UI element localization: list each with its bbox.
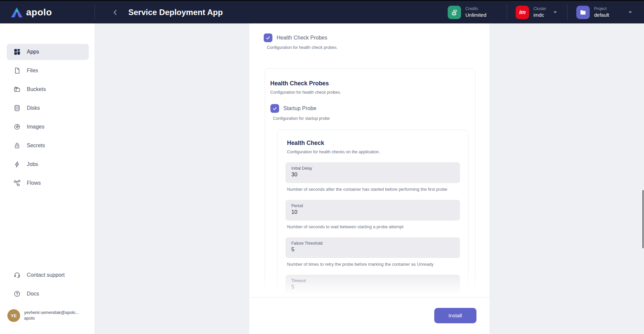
- sidebar-item-buckets[interactable]: Buckets: [7, 81, 89, 97]
- sidebar-item-label: Apps: [27, 49, 39, 55]
- sidebar-item-label: Disks: [27, 105, 40, 111]
- question-circle-icon: [13, 290, 21, 298]
- user-menu[interactable]: YE yevhenii.semendiak@apolo... apolo: [7, 309, 89, 322]
- header-divider: [567, 5, 568, 20]
- check-icon: [272, 106, 277, 111]
- check-icon: [265, 35, 271, 40]
- back-button[interactable]: [110, 7, 120, 17]
- section-title: Health Check: [287, 140, 460, 147]
- sidebar-item-flows[interactable]: Flows: [7, 175, 89, 191]
- chevron-down-icon: [554, 11, 557, 13]
- sidebar-item-label: Contact support: [27, 272, 65, 278]
- headset-icon: [13, 271, 21, 279]
- sidebar-item-disks[interactable]: Disks: [7, 100, 89, 116]
- form-scroll-area: Health Check Probes Configuration for he…: [249, 23, 490, 297]
- vertical-scrollbar[interactable]: [642, 190, 644, 248]
- field-label: Timeout: [292, 278, 454, 283]
- credits-value: Unlimited: [465, 12, 487, 18]
- sidebar-item-label: Files: [27, 68, 38, 74]
- field-value: 30: [292, 172, 454, 178]
- card-title: Health Check Probes: [270, 80, 468, 87]
- card-description: Configuration for health check probes.: [270, 90, 468, 95]
- sidebar-item-jobs[interactable]: Jobs: [7, 156, 89, 172]
- cluster-im-icon: im: [519, 9, 526, 16]
- failure-threshold-input[interactable]: Failure Threshold 5: [285, 237, 460, 258]
- main-area: Health Check Probes Configuration for he…: [94, 23, 644, 334]
- apolo-logo-icon: [11, 7, 23, 18]
- field-helper-text: Number of times to retry the probe befor…: [287, 262, 460, 267]
- startup-probe-checkbox[interactable]: [270, 104, 279, 113]
- sidebar-item-label: Flows: [27, 180, 41, 186]
- health-check-probes-checkbox[interactable]: [264, 33, 272, 42]
- sidebar-item-label: Images: [27, 124, 44, 130]
- logo-text: apolo: [26, 7, 52, 18]
- checkbox-label: Startup Probe: [283, 105, 317, 111]
- credits-widget[interactable]: Credits Unlimited: [448, 6, 498, 19]
- checkbox-description: Configuration for startup probe: [273, 116, 468, 121]
- field-helper-text: Number of seconds after the container ha…: [287, 187, 460, 192]
- checkbox-description: Configuration for health check probes.: [267, 45, 490, 50]
- sidebar-item-contact-support[interactable]: Contact support: [7, 267, 89, 283]
- flow-nodes-icon: [13, 179, 21, 187]
- sidebar-item-label: Buckets: [27, 86, 46, 92]
- user-email: yevhenii.semendiak@apolo...: [24, 310, 79, 315]
- sidebar-item-apps[interactable]: Apps: [7, 44, 89, 60]
- project-value: default: [594, 12, 609, 18]
- install-form-panel: Health Check Probes Configuration for he…: [249, 23, 490, 334]
- field-value: 5: [292, 284, 454, 290]
- sidebar-item-images[interactable]: Images: [7, 119, 89, 135]
- field-label: Period: [292, 203, 454, 208]
- field-label: Failure Threshold: [292, 241, 454, 246]
- sidebar-item-docs[interactable]: Docs: [7, 286, 89, 302]
- sidebar-item-label: Docs: [27, 291, 39, 297]
- form-footer: Install: [249, 297, 490, 334]
- period-input[interactable]: Period 10: [285, 200, 460, 221]
- cluster-label: Cluster: [533, 6, 546, 11]
- coins-icon: [451, 9, 458, 16]
- sidebar-item-files[interactable]: Files: [7, 63, 89, 79]
- section-description: Configuration for health checks on the a…: [287, 150, 460, 154]
- avatar: YE: [7, 309, 20, 322]
- install-button[interactable]: Install: [434, 308, 476, 323]
- project-label: Project: [594, 6, 609, 11]
- timeout-input[interactable]: Timeout 5: [285, 275, 460, 296]
- cluster-selector[interactable]: im Cluster imdc: [516, 6, 559, 19]
- health-check-card: Health Check Configuration for health ch…: [277, 130, 468, 297]
- app-header: apolo Service Deployment App Credits Unl…: [0, 1, 644, 23]
- checkbox-label: Health Check Probes: [277, 35, 327, 41]
- sidebar-item-secrets[interactable]: Secrets: [7, 138, 89, 154]
- buckets-icon: [13, 86, 21, 93]
- field-value: 10: [292, 209, 454, 215]
- chevron-left-icon: [112, 9, 119, 16]
- sidebar: Apps Files Buckets Disks: [0, 23, 94, 334]
- sidebar-item-label: Secrets: [27, 143, 45, 149]
- logo[interactable]: apolo: [0, 1, 94, 23]
- initial-delay-input[interactable]: Initial Delay 30: [285, 162, 460, 183]
- field-value: 5: [292, 247, 454, 253]
- lock-icon: [13, 142, 21, 149]
- credits-label: Credits: [465, 6, 487, 11]
- disc-icon: [13, 123, 21, 131]
- user-org: apolo: [24, 316, 79, 321]
- lightning-icon: [13, 161, 21, 168]
- file-icon: [13, 67, 21, 74]
- sidebar-item-label: Jobs: [27, 161, 38, 167]
- health-check-probes-card: Health Check Probes Configuration for he…: [265, 68, 475, 297]
- folder-icon: [580, 9, 586, 16]
- chevron-down-icon: [629, 11, 632, 13]
- cluster-value: imdc: [533, 12, 546, 18]
- database-icon: [13, 104, 21, 112]
- apps-grid-icon: [13, 48, 21, 56]
- page-title: Service Deployment App: [128, 8, 223, 17]
- field-helper-text: Number of seconds to wait between starti…: [287, 224, 460, 229]
- header-divider: [507, 5, 507, 20]
- field-label: Initial Delay: [292, 166, 454, 171]
- project-selector[interactable]: Project default: [576, 6, 630, 19]
